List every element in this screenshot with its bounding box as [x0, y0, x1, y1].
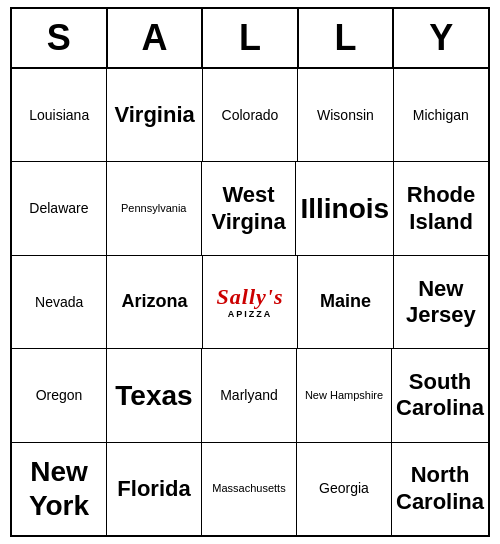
bingo-cell: Delaware [12, 162, 107, 254]
bingo-cell: Marlyand [202, 349, 297, 441]
header-letter: S [12, 9, 108, 67]
bingo-cell: New Jersey [394, 256, 488, 348]
header-letter: Y [394, 9, 488, 67]
bingo-cell: Pennsylvania [107, 162, 202, 254]
bingo-cell: Texas [107, 349, 202, 441]
bingo-cell: Louisiana [12, 69, 107, 161]
bingo-cell: New Hampshire [297, 349, 392, 441]
bingo-cell: Florida [107, 443, 202, 535]
bingo-cell: Oregon [12, 349, 107, 441]
bingo-cell: Georgia [297, 443, 392, 535]
bingo-cell: Michigan [394, 69, 488, 161]
bingo-grid: LouisianaVirginiaColoradoWisonsinMichiga… [12, 69, 488, 535]
bingo-cell: Illinois [296, 162, 394, 254]
bingo-row: LouisianaVirginiaColoradoWisonsinMichiga… [12, 69, 488, 162]
bingo-cell: Colorado [203, 69, 298, 161]
bingo-card: SALLY LouisianaVirginiaColoradoWisonsinM… [10, 7, 490, 537]
sally-logo: Sally's APIZZA [217, 284, 284, 319]
bingo-row: New YorkFloridaMassachusettsGeorgiaNorth… [12, 443, 488, 535]
bingo-cell: Sally's APIZZA [203, 256, 298, 348]
sally-sub-text: APIZZA [228, 309, 273, 320]
bingo-cell: Wisonsin [298, 69, 393, 161]
bingo-cell: Maine [298, 256, 393, 348]
bingo-cell: Massachusetts [202, 443, 297, 535]
header-letter: L [203, 9, 299, 67]
bingo-row: NevadaArizona Sally's APIZZA MaineNew Je… [12, 256, 488, 349]
bingo-cell: North Carolina [392, 443, 488, 535]
bingo-cell: Arizona [107, 256, 202, 348]
bingo-cell: South Carolina [392, 349, 488, 441]
bingo-cell: West Virgina [202, 162, 297, 254]
bingo-cell: New York [12, 443, 107, 535]
bingo-cell: Nevada [12, 256, 107, 348]
bingo-header: SALLY [12, 9, 488, 69]
header-letter: A [108, 9, 204, 67]
bingo-cell: Rhode Island [394, 162, 488, 254]
header-letter: L [299, 9, 395, 67]
bingo-row: OregonTexasMarlyandNew HampshireSouth Ca… [12, 349, 488, 442]
bingo-cell: Virginia [107, 69, 202, 161]
sally-script-text: Sally's [217, 284, 284, 310]
bingo-row: DelawarePennsylvaniaWest VirginaIllinois… [12, 162, 488, 255]
